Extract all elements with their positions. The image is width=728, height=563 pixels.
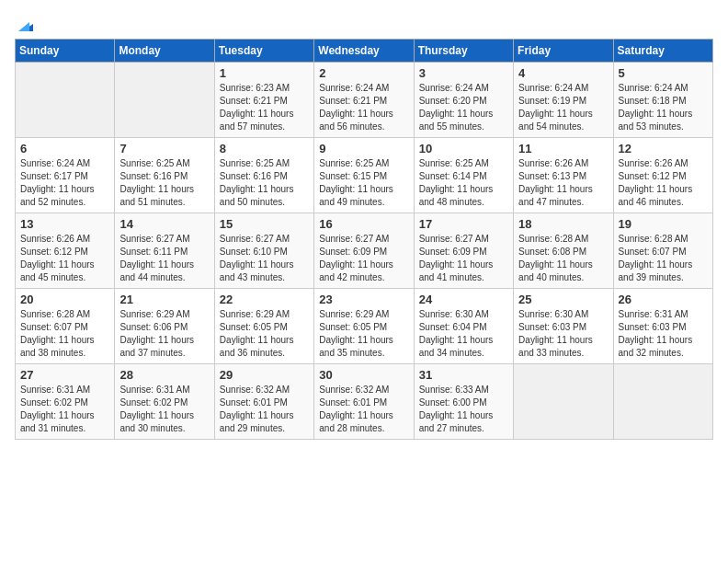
weekday-header-sunday: Sunday — [16, 40, 115, 63]
day-info: Sunrise: 6:31 AMSunset: 6:02 PMDaylight:… — [119, 384, 209, 435]
day-number: 28 — [119, 368, 209, 382]
day-number: 30 — [319, 368, 408, 382]
day-number: 27 — [20, 368, 109, 382]
day-info: Sunrise: 6:33 AMSunset: 6:00 PMDaylight:… — [419, 384, 508, 435]
calendar-cell: 10Sunrise: 6:25 AMSunset: 6:14 PMDayligh… — [414, 138, 513, 213]
day-info: Sunrise: 6:28 AMSunset: 6:07 PMDaylight:… — [20, 308, 109, 360]
calendar-cell: 13Sunrise: 6:26 AMSunset: 6:12 PMDayligh… — [16, 213, 115, 289]
day-info: Sunrise: 6:25 AMSunset: 6:14 PMDaylight:… — [419, 157, 508, 209]
calendar-cell: 2Sunrise: 6:24 AMSunset: 6:21 PMDaylight… — [314, 63, 414, 138]
day-info: Sunrise: 6:27 AMSunset: 6:09 PMDaylight:… — [319, 233, 408, 284]
day-number: 16 — [319, 217, 408, 231]
weekday-header-wednesday: Wednesday — [314, 40, 414, 63]
calendar-cell: 8Sunrise: 6:25 AMSunset: 6:16 PMDaylight… — [214, 138, 313, 213]
weekday-header-tuesday: Tuesday — [214, 40, 313, 63]
day-number: 2 — [319, 66, 408, 80]
weekday-header-friday: Friday — [514, 40, 613, 63]
day-number: 15 — [220, 217, 309, 231]
logo-icon — [17, 15, 37, 35]
calendar-cell: 15Sunrise: 6:27 AMSunset: 6:10 PMDayligh… — [214, 213, 313, 289]
day-number: 26 — [619, 293, 708, 306]
calendar-cell: 19Sunrise: 6:28 AMSunset: 6:07 PMDayligh… — [613, 213, 712, 289]
calendar-cell: 16Sunrise: 6:27 AMSunset: 6:09 PMDayligh… — [314, 213, 414, 289]
calendar-cell: 25Sunrise: 6:30 AMSunset: 6:03 PMDayligh… — [514, 289, 613, 364]
svg-marker-1 — [18, 22, 29, 31]
day-info: Sunrise: 6:32 AMSunset: 6:01 PMDaylight:… — [319, 384, 408, 435]
logo — [15, 15, 37, 31]
calendar-week-3: 13Sunrise: 6:26 AMSunset: 6:12 PMDayligh… — [16, 213, 713, 289]
calendar-cell: 20Sunrise: 6:28 AMSunset: 6:07 PMDayligh… — [16, 289, 115, 364]
calendar-cell: 22Sunrise: 6:29 AMSunset: 6:05 PMDayligh… — [214, 289, 313, 364]
calendar-cell: 24Sunrise: 6:30 AMSunset: 6:04 PMDayligh… — [414, 289, 513, 364]
calendar-week-2: 6Sunrise: 6:24 AMSunset: 6:17 PMDaylight… — [16, 138, 713, 213]
day-number: 1 — [220, 66, 309, 80]
day-info: Sunrise: 6:24 AMSunset: 6:20 PMDaylight:… — [419, 82, 508, 133]
calendar-cell: 3Sunrise: 6:24 AMSunset: 6:20 PMDaylight… — [414, 63, 513, 138]
day-info: Sunrise: 6:31 AMSunset: 6:03 PMDaylight:… — [619, 308, 708, 360]
calendar-cell — [514, 364, 613, 440]
calendar-cell: 28Sunrise: 6:31 AMSunset: 6:02 PMDayligh… — [115, 364, 214, 440]
day-info: Sunrise: 6:32 AMSunset: 6:01 PMDaylight:… — [220, 384, 309, 435]
day-number: 9 — [319, 142, 408, 155]
day-number: 4 — [518, 66, 608, 80]
day-info: Sunrise: 6:25 AMSunset: 6:16 PMDaylight:… — [220, 157, 309, 209]
calendar-cell: 23Sunrise: 6:29 AMSunset: 6:05 PMDayligh… — [314, 289, 414, 364]
page-header — [15, 15, 713, 31]
calendar-cell: 5Sunrise: 6:24 AMSunset: 6:18 PMDaylight… — [613, 63, 712, 138]
calendar-cell: 14Sunrise: 6:27 AMSunset: 6:11 PMDayligh… — [115, 213, 214, 289]
calendar-cell: 26Sunrise: 6:31 AMSunset: 6:03 PMDayligh… — [613, 289, 712, 364]
calendar-table: SundayMondayTuesdayWednesdayThursdayFrid… — [15, 39, 713, 440]
day-info: Sunrise: 6:24 AMSunset: 6:18 PMDaylight:… — [619, 82, 708, 133]
day-number: 22 — [220, 293, 309, 306]
day-number: 11 — [518, 142, 608, 155]
calendar-week-1: 1Sunrise: 6:23 AMSunset: 6:21 PMDaylight… — [16, 63, 713, 138]
day-info: Sunrise: 6:25 AMSunset: 6:16 PMDaylight:… — [119, 157, 209, 209]
day-info: Sunrise: 6:26 AMSunset: 6:12 PMDaylight:… — [619, 157, 708, 209]
calendar-cell: 11Sunrise: 6:26 AMSunset: 6:13 PMDayligh… — [514, 138, 613, 213]
calendar-cell: 17Sunrise: 6:27 AMSunset: 6:09 PMDayligh… — [414, 213, 513, 289]
calendar-cell: 29Sunrise: 6:32 AMSunset: 6:01 PMDayligh… — [214, 364, 313, 440]
day-number: 17 — [419, 217, 508, 231]
day-number: 10 — [419, 142, 508, 155]
calendar-cell: 27Sunrise: 6:31 AMSunset: 6:02 PMDayligh… — [16, 364, 115, 440]
day-number: 8 — [220, 142, 309, 155]
calendar-cell: 31Sunrise: 6:33 AMSunset: 6:00 PMDayligh… — [414, 364, 513, 440]
calendar-cell: 18Sunrise: 6:28 AMSunset: 6:08 PMDayligh… — [514, 213, 613, 289]
day-number: 24 — [419, 293, 508, 306]
day-number: 20 — [20, 293, 109, 306]
calendar-cell — [613, 364, 712, 440]
day-info: Sunrise: 6:27 AMSunset: 6:10 PMDaylight:… — [220, 233, 309, 284]
day-info: Sunrise: 6:24 AMSunset: 6:19 PMDaylight:… — [518, 82, 608, 133]
day-number: 12 — [619, 142, 708, 155]
day-info: Sunrise: 6:29 AMSunset: 6:06 PMDaylight:… — [119, 308, 209, 360]
day-number: 23 — [319, 293, 408, 306]
day-number: 5 — [619, 66, 708, 80]
day-info: Sunrise: 6:24 AMSunset: 6:17 PMDaylight:… — [20, 157, 109, 209]
day-number: 3 — [419, 66, 508, 80]
calendar-cell: 7Sunrise: 6:25 AMSunset: 6:16 PMDaylight… — [115, 138, 214, 213]
day-number: 6 — [20, 142, 109, 155]
day-info: Sunrise: 6:23 AMSunset: 6:21 PMDaylight:… — [220, 82, 309, 133]
calendar-cell: 21Sunrise: 6:29 AMSunset: 6:06 PMDayligh… — [115, 289, 214, 364]
day-number: 14 — [119, 217, 209, 231]
day-info: Sunrise: 6:26 AMSunset: 6:12 PMDaylight:… — [20, 233, 109, 284]
calendar-cell — [16, 63, 115, 138]
day-number: 29 — [220, 368, 309, 382]
weekday-header-saturday: Saturday — [613, 40, 712, 63]
calendar-cell: 9Sunrise: 6:25 AMSunset: 6:15 PMDaylight… — [314, 138, 414, 213]
day-info: Sunrise: 6:28 AMSunset: 6:08 PMDaylight:… — [518, 233, 608, 284]
day-info: Sunrise: 6:27 AMSunset: 6:09 PMDaylight:… — [419, 233, 508, 284]
day-info: Sunrise: 6:31 AMSunset: 6:02 PMDaylight:… — [20, 384, 109, 435]
day-info: Sunrise: 6:27 AMSunset: 6:11 PMDaylight:… — [119, 233, 209, 284]
day-info: Sunrise: 6:26 AMSunset: 6:13 PMDaylight:… — [518, 157, 608, 209]
day-number: 31 — [419, 368, 508, 382]
calendar-cell: 12Sunrise: 6:26 AMSunset: 6:12 PMDayligh… — [613, 138, 712, 213]
day-number: 13 — [20, 217, 109, 231]
calendar-week-5: 27Sunrise: 6:31 AMSunset: 6:02 PMDayligh… — [16, 364, 713, 440]
weekday-header-monday: Monday — [115, 40, 214, 63]
calendar-cell: 6Sunrise: 6:24 AMSunset: 6:17 PMDaylight… — [16, 138, 115, 213]
calendar-cell: 1Sunrise: 6:23 AMSunset: 6:21 PMDaylight… — [214, 63, 313, 138]
calendar-cell: 4Sunrise: 6:24 AMSunset: 6:19 PMDaylight… — [514, 63, 613, 138]
day-info: Sunrise: 6:30 AMSunset: 6:04 PMDaylight:… — [419, 308, 508, 360]
calendar-week-4: 20Sunrise: 6:28 AMSunset: 6:07 PMDayligh… — [16, 289, 713, 364]
